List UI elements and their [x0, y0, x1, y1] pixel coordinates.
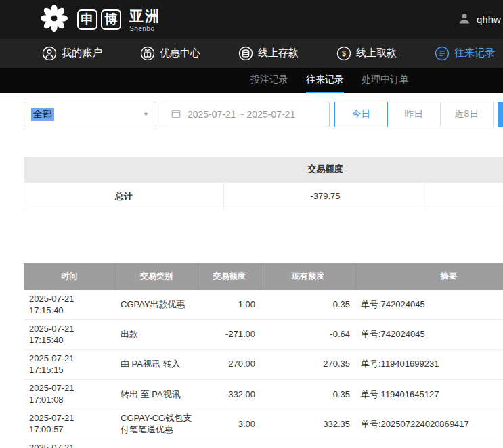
cell-balance: -0.64: [261, 319, 355, 349]
nav-item-label: 我的账户: [62, 47, 102, 60]
table-row: 2025-07-21 17:15:15 由 PA视讯 转入 270.00 270…: [24, 349, 503, 379]
nav-item-deposit[interactable]: 线上存款: [238, 46, 299, 61]
cell-memo: 单号:202507224020869417: [355, 409, 503, 439]
transactions-body: 2025-07-21 17:15:40 CGPAY出款优惠 1.00 0.35 …: [24, 290, 503, 448]
table-row: 2025-07-21 17:15:40 CGPAY出款优惠 1.00 0.35 …: [24, 290, 503, 320]
col-header-memo: 摘要: [355, 263, 503, 290]
cell-type: CGPAY支付: [115, 439, 198, 448]
cell-balance: 270.35: [261, 349, 355, 379]
tab-processing-orders[interactable]: 处理中订单: [362, 68, 409, 93]
date-range-input[interactable]: 2025-07-21 ~ 2025-07-21: [162, 102, 330, 127]
nav-item-promotions[interactable]: 优惠中心: [140, 46, 200, 61]
type-select[interactable]: 全部 ▼: [24, 102, 156, 127]
table-row: 2025-07-21 17:00:57 CGPAY支付 300.00 329.3…: [24, 439, 503, 448]
nav-item-label: 优惠中心: [160, 47, 200, 60]
tab-betting-records[interactable]: 投注记录: [250, 68, 288, 93]
type-select-value: 全部: [31, 108, 54, 121]
col-header-amount: 交易额度: [198, 263, 261, 290]
filter-bar: 全部 ▼ 2025-07-21 ~ 2025-07-21 今日 昨日 近8日: [0, 93, 503, 135]
top-header: 申 博 亚洲 Shenbo qhhw: [0, 0, 503, 39]
cell-amount: 300.00: [198, 439, 261, 448]
flower-logo-icon: [39, 3, 70, 37]
summary-table: 交易额度 总计 -379.75: [24, 157, 503, 210]
nav-item-account[interactable]: 我的账户: [42, 46, 102, 61]
cell-balance: 332.35: [261, 409, 355, 439]
nav-item-label: 线上存款: [258, 47, 299, 60]
cell-type: CGPAY-CG钱包支付笔笔送优惠: [115, 409, 198, 439]
chevron-down-icon: ▼: [143, 111, 149, 118]
brand-character-boxes: 申 博: [77, 9, 121, 30]
nav-item-records[interactable]: 往来记录: [435, 46, 495, 61]
table-row: 2025-07-21 17:15:40 出款 -271.00 -0.64 单号:…: [24, 319, 503, 349]
withdraw-icon: $: [336, 46, 351, 61]
cell-memo: 单号:742024045: [355, 290, 503, 320]
summary-total-row: 总计 -379.75: [24, 182, 503, 210]
nav-item-withdraw[interactable]: $ 线上取款: [336, 46, 397, 61]
transactions-table: 时间 交易类别 交易额度 现有额度 摘要 2025-07-21 17:15:40…: [24, 263, 503, 448]
cell-time: 2025-07-21 17:15:40: [24, 319, 115, 349]
sub-nav: 投注记录 往来记录 处理中订单: [0, 68, 503, 93]
cell-memo: 单号:119401645127: [355, 379, 503, 409]
table-row: 2025-07-21 17:01:08 转出 至 PA视讯 -332.00 0.…: [24, 379, 503, 409]
cell-balance: 0.35: [261, 379, 355, 409]
user-account-menu[interactable]: qhhw: [458, 0, 501, 39]
cell-balance: 0.35: [261, 290, 355, 320]
summary-total-label: 总计: [24, 182, 224, 210]
summary-empty-cell: [427, 182, 503, 210]
svg-text:$: $: [342, 49, 346, 57]
brand-name: 亚洲: [129, 7, 160, 26]
search-button[interactable]: [498, 102, 503, 127]
cell-memo: 单号:119401699231: [355, 349, 503, 379]
cell-amount: -271.00: [198, 319, 261, 349]
last-8-days-button[interactable]: 近8日: [440, 102, 494, 127]
cell-type: 出款: [115, 319, 198, 349]
col-header-balance: 现有额度: [261, 263, 355, 290]
summary-total-value: -379.75: [224, 182, 427, 210]
calendar-icon: [171, 108, 181, 121]
brand-subtitle: Shenbo: [129, 25, 160, 32]
records-icon: [435, 46, 450, 61]
cell-time: 2025-07-21 17:01:08: [24, 379, 115, 409]
col-header-type: 交易类别: [115, 263, 198, 290]
brand-logo[interactable]: 申 博 亚洲 Shenbo: [39, 3, 160, 37]
summary-header-row: 交易额度: [24, 157, 503, 182]
cell-amount: 1.00: [198, 290, 261, 320]
cell-time: 2025-07-21 17:15:40: [24, 290, 115, 320]
cell-amount: 3.00: [198, 409, 261, 439]
cell-time: 2025-07-21 17:15:15: [24, 349, 115, 379]
cell-memo: 单号:742024045: [355, 319, 503, 349]
col-header-time: 时间: [24, 263, 115, 290]
cell-type: CGPAY出款优惠: [115, 290, 198, 320]
cell-balance: 329.35: [261, 439, 355, 448]
cell-time: 2025-07-21 17:00:57: [24, 439, 115, 448]
yesterday-button[interactable]: 昨日: [387, 102, 441, 127]
cell-amount: -332.00: [198, 379, 261, 409]
brand-char-1: 申: [77, 9, 97, 30]
transactions-header-row: 时间 交易类别 交易额度 现有额度 摘要: [24, 263, 503, 290]
brand-char-2: 博: [101, 9, 121, 30]
nav-item-label: 往来记录: [454, 47, 495, 60]
date-range-value: 2025-07-21 ~ 2025-07-21: [188, 109, 295, 120]
today-button[interactable]: 今日: [334, 102, 388, 127]
cell-memo: 单号:202507224020869417: [355, 439, 503, 448]
main-nav: 我的账户 优惠中心 线上存款 $ 线上取款: [0, 39, 503, 68]
cell-type: 转出 至 PA视讯: [115, 379, 198, 409]
deposit-icon: [238, 46, 253, 61]
cell-time: 2025-07-21 17:00:57: [24, 409, 115, 439]
cell-amount: 270.00: [198, 349, 261, 379]
summary-header-spacer-left: [24, 157, 224, 182]
summary-header-label: 交易额度: [224, 157, 427, 182]
promo-icon: [140, 46, 155, 61]
user-avatar-icon: [458, 12, 471, 27]
nav-item-label: 线上取款: [356, 47, 397, 60]
brand-name-block: 亚洲 Shenbo: [129, 7, 160, 32]
username: qhhw: [477, 14, 501, 25]
table-row: 2025-07-21 17:00:57 CGPAY-CG钱包支付笔笔送优惠 3.…: [24, 409, 503, 439]
quick-date-buttons: 今日 昨日 近8日: [335, 102, 494, 135]
tab-transaction-records[interactable]: 往来记录: [306, 68, 344, 93]
account-icon: [42, 46, 57, 61]
summary-header-spacer-right: [427, 157, 503, 182]
cell-type: 由 PA视讯 转入: [115, 349, 198, 379]
